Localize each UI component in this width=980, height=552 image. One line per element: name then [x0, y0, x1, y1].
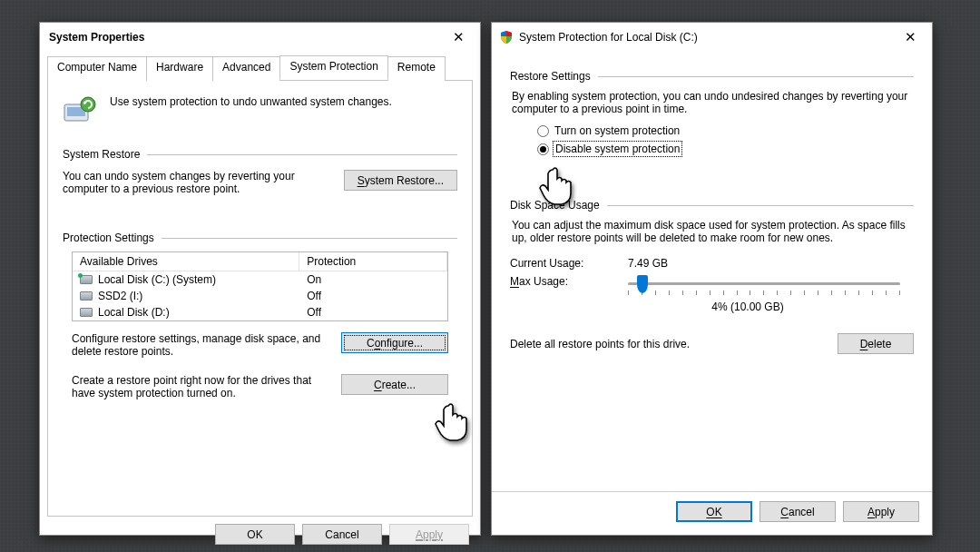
tab-panel: Use system protection to undo unwanted s… [47, 81, 473, 517]
tab-system-protection[interactable]: System Protection [279, 55, 387, 80]
dialog-footer: OK Cancel Apply [492, 491, 932, 535]
max-usage-slider[interactable] [628, 282, 900, 285]
window-title: System Protection for Local Disk (C:) [519, 31, 887, 44]
divider [147, 154, 457, 155]
disk-space-desc: You can adjust the maximum disk space us… [512, 219, 912, 244]
close-icon[interactable]: ✕ [440, 25, 476, 50]
dialog-footer: OK Cancel Apply [40, 517, 480, 552]
restore-settings-group: Restore Settings By enabling system prot… [510, 70, 914, 155]
divider [598, 76, 914, 77]
radio-disable[interactable]: Disable system protection [537, 143, 914, 155]
radio-icon [537, 143, 549, 155]
svg-point-2 [81, 97, 95, 112]
system-restore-legend: System Restore [63, 148, 140, 161]
configure-desc: Configure restore settings, manage disk … [72, 332, 332, 358]
tabs: Computer Name Hardware Advanced System P… [47, 55, 473, 81]
system-restore-desc: You can undo system changes by reverting… [63, 170, 335, 195]
col-header-drives[interactable]: Available Drives [73, 252, 299, 271]
table-row[interactable]: Local Disk (C:) (System) On [73, 271, 447, 288]
disk-space-legend: Disk Space Usage [510, 199, 600, 212]
window-title: System Properties [49, 31, 440, 44]
delete-desc: Delete all restore points for this drive… [510, 338, 828, 350]
tab-advanced[interactable]: Advanced [212, 56, 280, 81]
max-usage-caption: 4% (10.00 GB) [612, 301, 884, 313]
restore-settings-legend: Restore Settings [510, 70, 591, 83]
delete-button[interactable]: Delete [838, 333, 914, 354]
system-restore-button[interactable]: System Restore... [344, 170, 457, 191]
title-bar[interactable]: System Properties ✕ [40, 23, 480, 52]
current-usage-value: 7.49 GB [628, 257, 668, 270]
close-icon[interactable]: ✕ [892, 25, 928, 50]
system-protection-config-window: System Protection for Local Disk (C:) ✕ … [491, 22, 933, 536]
cancel-button[interactable]: Cancel [302, 524, 382, 545]
col-header-protection[interactable]: Protection [299, 252, 447, 271]
apply-button: Apply [389, 524, 469, 545]
create-button[interactable]: Create... [341, 374, 448, 395]
system-protection-icon [63, 95, 97, 128]
table-row[interactable]: SSD2 (I:) Off [73, 288, 447, 304]
radio-turn-on[interactable]: Turn on system protection [537, 124, 914, 137]
cancel-button[interactable]: Cancel [760, 501, 836, 522]
intro-text: Use system protection to undo unwanted s… [110, 95, 392, 108]
slider-ticks [628, 291, 900, 295]
slider-thumb[interactable] [637, 275, 648, 293]
radio-icon [537, 125, 549, 137]
apply-button[interactable]: Apply [843, 501, 919, 522]
drives-table[interactable]: Available Drives Protection Local Disk (… [72, 251, 448, 321]
drive-icon [80, 308, 93, 317]
ok-button[interactable]: OK [215, 524, 295, 545]
protection-settings-group: Protection Settings Available Drives Pro… [63, 232, 457, 399]
divider [162, 238, 457, 239]
table-row[interactable]: Local Disk (D:) Off [73, 304, 447, 320]
tab-hardware[interactable]: Hardware [146, 56, 213, 81]
drive-icon [80, 291, 93, 301]
system-restore-group: System Restore You can undo system chang… [63, 148, 457, 195]
protection-radio-group: Turn on system protection Disable system… [537, 124, 914, 155]
ok-button[interactable]: OK [676, 501, 752, 522]
title-bar[interactable]: System Protection for Local Disk (C:) ✕ [492, 23, 932, 52]
configure-button[interactable]: Configure... [341, 332, 448, 353]
drive-icon [80, 275, 93, 284]
restore-settings-desc: By enabling system protection, you can u… [512, 90, 912, 115]
tab-remote[interactable]: Remote [387, 56, 446, 81]
create-desc: Create a restore point right now for the… [72, 374, 332, 399]
system-properties-window: System Properties ✕ Computer Name Hardwa… [39, 22, 481, 536]
disk-space-group: Disk Space Usage You can adjust the maxi… [510, 199, 914, 354]
current-usage-label: Current Usage: [510, 257, 601, 270]
max-usage-label: Max Usage: [510, 275, 601, 288]
protection-settings-legend: Protection Settings [63, 232, 154, 244]
tab-computer-name[interactable]: Computer Name [47, 56, 147, 81]
shield-icon [499, 30, 514, 44]
divider [607, 205, 914, 206]
